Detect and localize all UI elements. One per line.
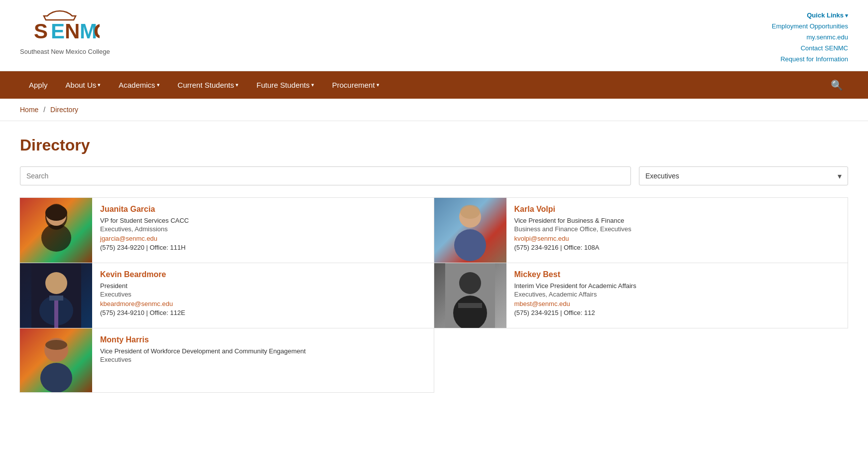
filter-select-wrap: Executives All Faculty Staff Admissions bbox=[639, 166, 848, 185]
nav-procurement[interactable]: Procurement bbox=[323, 71, 388, 99]
person-card-kevin-beardmore: Kevin Beardmore President Executives kbe… bbox=[19, 263, 434, 328]
top-bar: S E N M C Southeast New Mexico College Q… bbox=[0, 0, 868, 71]
quick-links-toggle[interactable]: Quick Links bbox=[772, 10, 848, 21]
person-phone-karla: (575) 234-9216 | Office: 108A bbox=[514, 244, 840, 251]
college-name: Southeast New Mexico College bbox=[20, 48, 110, 55]
filter-select[interactable]: Executives All Faculty Staff Admissions bbox=[639, 167, 848, 185]
svg-point-6 bbox=[41, 224, 71, 252]
person-email-kevin[interactable]: kbeardmore@senmc.edu bbox=[100, 300, 426, 307]
search-input-wrap bbox=[20, 166, 631, 185]
search-icon[interactable]: 🔍 bbox=[826, 79, 848, 91]
person-title-monty: Vice President of Workforce Development … bbox=[100, 347, 426, 355]
person-photo-juanita-img bbox=[31, 198, 81, 263]
svg-point-24 bbox=[40, 363, 72, 392]
contact-link[interactable]: Contact SENMC bbox=[772, 43, 848, 54]
person-dept-mickey: Executives, Academic Affairs bbox=[514, 291, 840, 298]
svg-text:N: N bbox=[65, 19, 80, 43]
person-email-mickey[interactable]: mbest@senmc.edu bbox=[514, 300, 840, 307]
person-info-juanita: Juanita Garcia VP for Student Services C… bbox=[92, 198, 434, 263]
breadcrumb-home[interactable]: Home bbox=[20, 106, 38, 114]
person-silhouette-mickey bbox=[445, 263, 495, 328]
person-name-juanita[interactable]: Juanita Garcia bbox=[100, 205, 426, 214]
person-name-mickey[interactable]: Mickey Best bbox=[514, 270, 840, 279]
person-name-karla[interactable]: Karla Volpi bbox=[514, 205, 840, 214]
person-title-mickey: Interim Vice President for Academic Affa… bbox=[514, 282, 840, 290]
nav-about-us[interactable]: About Us bbox=[57, 71, 110, 99]
search-input[interactable] bbox=[26, 167, 624, 185]
person-photo-kevin bbox=[20, 263, 92, 328]
person-dept-kevin: Executives bbox=[100, 291, 426, 298]
svg-text:S: S bbox=[34, 19, 48, 43]
quick-links-area: Quick Links Employment Opportunities my.… bbox=[772, 6, 848, 65]
person-phone-juanita: (575) 234-9220 | Office: 111H bbox=[100, 244, 426, 251]
person-photo-mickey bbox=[434, 263, 506, 328]
person-title-karla: Vice President for Business & Finance bbox=[514, 217, 840, 224]
person-info-kevin: Kevin Beardmore President Executives kbe… bbox=[92, 263, 434, 328]
person-title-kevin: President bbox=[100, 282, 426, 290]
svg-point-8 bbox=[45, 205, 67, 221]
person-dept-juanita: Executives, Admissions bbox=[100, 225, 426, 233]
svg-rect-16 bbox=[49, 296, 63, 301]
person-name-kevin[interactable]: Kevin Beardmore bbox=[100, 270, 426, 279]
person-phone-mickey: (575) 234-9215 | Office: 112 bbox=[514, 309, 840, 316]
svg-text:E: E bbox=[51, 19, 65, 43]
person-info-karla: Karla Volpi Vice President for Business … bbox=[506, 198, 848, 263]
directory-grid: Juanita Garcia VP for Student Services C… bbox=[20, 197, 848, 392]
employment-link[interactable]: Employment Opportunities bbox=[772, 21, 848, 32]
person-card-monty-harris: Monty Harris Vice President of Workforce… bbox=[19, 328, 434, 393]
person-photo-kevin-img bbox=[31, 263, 81, 328]
person-photo-juanita bbox=[20, 198, 92, 263]
breadcrumb-separator: / bbox=[43, 106, 45, 114]
breadcrumb-current[interactable]: Directory bbox=[50, 106, 78, 114]
person-dept-karla: Business and Finance Office, Executives bbox=[514, 225, 840, 233]
person-photo-monty-img bbox=[31, 328, 81, 392]
svg-point-11 bbox=[454, 229, 486, 261]
person-info-mickey: Mickey Best Interim Vice President for A… bbox=[506, 263, 848, 328]
nav-current-students[interactable]: Current Students bbox=[169, 71, 248, 99]
svg-text:C: C bbox=[94, 19, 100, 43]
person-title-juanita: VP for Student Services CACC bbox=[100, 217, 426, 224]
nav-future-students[interactable]: Future Students bbox=[248, 71, 323, 99]
person-card-karla-volpi: Karla Volpi Vice President for Business … bbox=[434, 197, 849, 263]
nav-academics[interactable]: Academics bbox=[110, 71, 168, 99]
logo-svg: S E N M C bbox=[20, 6, 100, 46]
person-card-mickey-best: Mickey Best Interim Vice President for A… bbox=[434, 263, 849, 328]
svg-point-12 bbox=[460, 205, 480, 219]
mysenmc-link[interactable]: my.senmc.edu bbox=[772, 32, 848, 43]
breadcrumb: Home / Directory bbox=[0, 99, 868, 121]
person-photo-karla-img bbox=[445, 198, 495, 263]
person-dept-monty: Executives bbox=[100, 356, 426, 363]
person-name-monty[interactable]: Monty Harris bbox=[100, 335, 426, 344]
svg-point-19 bbox=[459, 272, 481, 294]
person-email-juanita[interactable]: jgarcia@senmc.edu bbox=[100, 235, 426, 242]
page-title: Directory bbox=[20, 136, 848, 154]
person-email-karla[interactable]: kvolpi@senmc.edu bbox=[514, 235, 840, 242]
person-info-monty: Monty Harris Vice President of Workforce… bbox=[92, 328, 434, 392]
nav-bar: Apply About Us Academics Current Student… bbox=[0, 71, 868, 99]
rfi-link[interactable]: Request for Information bbox=[772, 54, 848, 65]
logo-area: S E N M C Southeast New Mexico College bbox=[20, 6, 110, 55]
svg-rect-21 bbox=[458, 303, 482, 308]
person-photo-karla bbox=[434, 198, 506, 263]
person-photo-monty bbox=[20, 328, 92, 392]
person-phone-kevin: (575) 234-9210 | Office: 112E bbox=[100, 309, 426, 316]
svg-point-14 bbox=[45, 272, 67, 294]
main-content: Directory Executives All Faculty Staff A… bbox=[0, 121, 868, 458]
nav-apply[interactable]: Apply bbox=[20, 71, 57, 99]
person-card-juanita-garcia: Juanita Garcia VP for Student Services C… bbox=[19, 197, 434, 263]
svg-point-25 bbox=[45, 340, 67, 350]
search-filter-row: Executives All Faculty Staff Admissions bbox=[20, 166, 848, 185]
